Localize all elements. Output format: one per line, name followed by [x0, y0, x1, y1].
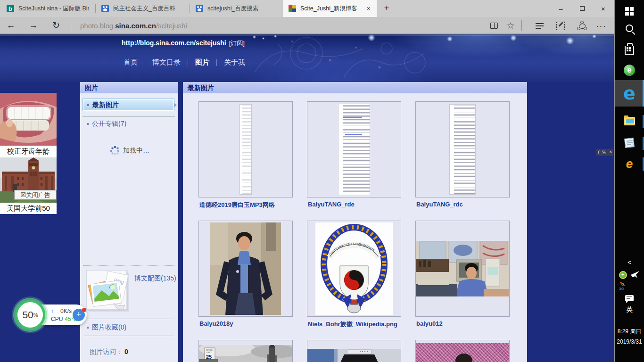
- browser-window: b SciteJushi sina - 国际版 Bing 民主社会主义_百度百科…: [0, 0, 614, 362]
- tab-bing-search[interactable]: b SciteJushi sina - 国际版 Bing: [1, 0, 95, 17]
- nav-posts[interactable]: 博文目录: [152, 58, 181, 67]
- tab-baike[interactable]: 民主社会主义_百度百科: [96, 0, 189, 17]
- tray-3g-network[interactable]: 3G: [608, 282, 637, 291]
- tray-show-hidden-icons[interactable]: <: [615, 257, 644, 267]
- tab-strip: b SciteJushi sina - 国际版 Bing 民主社会主义_百度百科…: [0, 0, 614, 17]
- close-ad-button[interactable]: ☒关闭广告: [14, 190, 57, 200]
- photo-cell[interactable]: [415, 340, 510, 362]
- tray-feedback[interactable]: [615, 293, 644, 303]
- ad-image-teeth[interactable]: [0, 93, 57, 146]
- photo-thumbnail-document[interactable]: [449, 104, 476, 195]
- tab-close-icon[interactable]: ×: [365, 5, 372, 12]
- photo-thumbnail-dao-scroll[interactable]: [239, 104, 252, 195]
- doc-link-line: [343, 117, 362, 118]
- photo-thumbnail-office[interactable]: [416, 241, 509, 296]
- photo-caption[interactable]: BaiyuTANG_rdc: [416, 201, 463, 208]
- photo-cell[interactable]: SPEED LIMIT 25: [198, 340, 293, 362]
- photo-cell[interactable]: [307, 101, 401, 197]
- favorites-star-icon[interactable]: ☆: [505, 21, 516, 31]
- sidebar-item-photo-favorites[interactable]: 图片收藏(0): [83, 323, 126, 332]
- tray-airplane-mode[interactable]: [620, 269, 644, 280]
- back-icon[interactable]: ←: [4, 19, 18, 32]
- taskbar-explorer-button[interactable]: [615, 114, 644, 128]
- photo-caption[interactable]: baiyu012: [416, 320, 443, 327]
- photo-cell[interactable]: [198, 101, 293, 197]
- sidebar-item-blog-images[interactable]: 博文配图(135): [134, 274, 176, 283]
- share-icon[interactable]: [577, 21, 587, 31]
- bullet-icon: [87, 123, 89, 125]
- photo-thumbnail-document[interactable]: [338, 104, 370, 195]
- photo-thumbnail-flowers[interactable]: [416, 343, 509, 362]
- hub-icon[interactable]: [535, 21, 545, 31]
- header-divider-line: [0, 45, 614, 45]
- photo-cell[interactable]: [415, 221, 510, 317]
- refresh-icon[interactable]: ↻: [49, 19, 63, 32]
- taskbar-store-button[interactable]: [615, 43, 644, 58]
- nav-about[interactable]: 关于我: [224, 58, 245, 67]
- visits-label: 图片访问：: [90, 348, 123, 355]
- bullet-icon: [87, 104, 89, 106]
- restore-button[interactable]: [571, 0, 593, 17]
- memory-widget[interactable]: 50% ↑0K/s CPU45℃ +: [15, 300, 89, 333]
- minimize-button[interactable]: –: [550, 0, 571, 17]
- url-domain: sina.com.cn: [115, 22, 156, 30]
- forward-icon[interactable]: →: [26, 19, 41, 32]
- search-icon: [626, 25, 633, 32]
- feedback-bubble-icon: [625, 295, 634, 301]
- photo-caption[interactable]: Baiyu2018y: [199, 320, 233, 327]
- ad-badge: 广告 ×: [596, 149, 613, 156]
- start-button[interactable]: [615, 5, 644, 18]
- window-controls: – ×: [550, 0, 614, 17]
- photo-thumbnail-bohr-emblem[interactable]: CONTRARIA SUNT COMPLEMENTA: [315, 222, 393, 315]
- tray-input-language[interactable]: 英: [615, 304, 644, 315]
- blog-images-stack-icon[interactable]: Blog: [86, 270, 130, 313]
- memory-percent-ball[interactable]: 50%: [15, 300, 45, 330]
- hub-line: [536, 23, 544, 24]
- tab-title: Scite_Jushi_新浪博客: [300, 5, 357, 13]
- photo-cell[interactable]: [415, 101, 510, 197]
- notepad-icon: [624, 138, 635, 148]
- sparkle-glow: [368, 34, 375, 41]
- loading-row: 加载中…: [110, 146, 149, 155]
- photo-caption[interactable]: BaiyuTANG_rde: [308, 201, 355, 208]
- photo-visits: 图片访问：0: [90, 348, 128, 356]
- taskbar-edge-button[interactable]: e: [615, 83, 644, 104]
- ad-caption-teeth[interactable]: 校正牙齿年龄: [0, 146, 57, 157]
- photo-thumbnail-portrait-scarf[interactable]: [210, 222, 281, 315]
- photo-thumbnail-projector[interactable]: [307, 349, 401, 362]
- ad-badge-close-icon[interactable]: ×: [608, 149, 613, 156]
- photo-cell[interactable]: [307, 340, 401, 362]
- photo-cell[interactable]: CONTRARIA SUNT COMPLEMENTA: [307, 221, 401, 317]
- percent-sign: %: [33, 312, 38, 318]
- tab-sina-blog-active[interactable]: Scite_Jushi_新浪博客 ×: [283, 0, 377, 17]
- orange-app-icon: e: [626, 157, 633, 170]
- blog-address: http://blog.sina.com.cn/scitejushi[订阅]: [122, 39, 245, 48]
- photo-thumbnail-tower-street[interactable]: SPEED LIMIT 25: [199, 345, 292, 362]
- more-actions-icon[interactable]: ···: [596, 21, 606, 31]
- sidebar-dotted-divider: [83, 265, 175, 266]
- address-bar[interactable]: photo.blog.sina.com.cn/scitejushi: [80, 21, 187, 31]
- photo-caption[interactable]: Niels_Bohr族徽_Wikipedia.png: [308, 320, 397, 329]
- subscribe-link[interactable]: [订阅]: [229, 40, 245, 47]
- tray-time[interactable]: 8:29 周日: [615, 328, 644, 335]
- loading-spinner-icon: [110, 146, 119, 155]
- tab-baidu-search[interactable]: scitejushi_百度搜索: [190, 0, 283, 17]
- nav-home[interactable]: 首页: [124, 58, 138, 67]
- nav-photos[interactable]: 图片: [195, 58, 209, 67]
- header-swirl-decoration: [236, 34, 434, 82]
- taskbar-notepad-button[interactable]: [615, 136, 644, 150]
- reading-view-icon[interactable]: [489, 21, 500, 31]
- new-tab-button[interactable]: +: [380, 2, 393, 15]
- sparkle-dot: [253, 35, 256, 39]
- tray-date[interactable]: 2019/3/31: [615, 338, 644, 346]
- sidebar-item-public-albums[interactable]: 公开专辑(7): [83, 120, 126, 128]
- ad-caption-university[interactable]: 美国大学前50: [0, 203, 57, 214]
- sidebar-item-latest-photos[interactable]: 最新图片: [83, 99, 174, 111]
- close-button[interactable]: ×: [593, 0, 614, 17]
- photo-caption[interactable]: 道德经2019唐白玉MP3网络: [199, 201, 275, 209]
- web-note-icon[interactable]: [556, 17, 567, 27]
- taskbar-orange-app-button[interactable]: e: [615, 156, 644, 171]
- taskbar-search-button[interactable]: [615, 22, 644, 35]
- taskbar-360-browser-button[interactable]: e: [615, 63, 644, 77]
- photo-cell[interactable]: [198, 221, 293, 317]
